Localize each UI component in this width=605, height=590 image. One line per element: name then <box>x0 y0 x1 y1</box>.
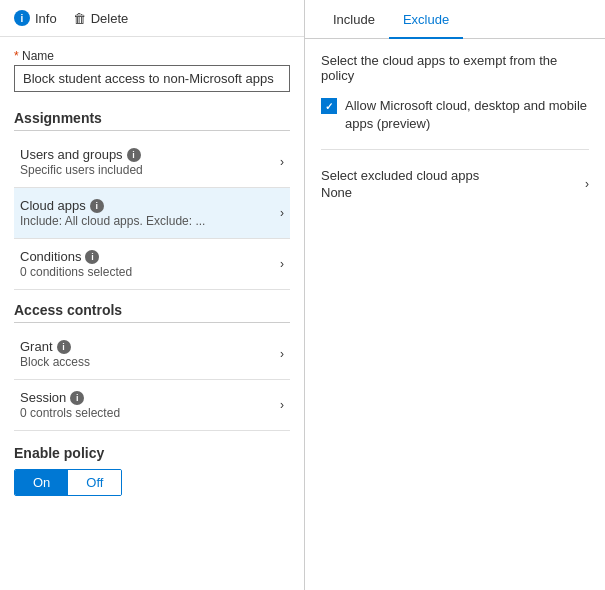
users-groups-title: Users and groups i <box>20 147 143 162</box>
enable-policy-section: Enable policy On Off <box>14 445 290 496</box>
grant-left: Grant i Block access <box>20 339 90 369</box>
tab-exclude[interactable]: Exclude <box>389 0 463 39</box>
cloud-apps-info-icon: i <box>90 199 104 213</box>
select-excluded-value: None <box>321 185 479 200</box>
cloud-apps-title: Cloud apps i <box>20 198 205 213</box>
info-icon: i <box>14 10 30 26</box>
right-content: Select the cloud apps to exempt from the… <box>305 39 605 222</box>
session-left: Session i 0 controls selected <box>20 390 120 420</box>
top-bar: i Info 🗑 Delete <box>0 0 304 37</box>
access-controls-title: Access controls <box>14 302 290 318</box>
left-panel: i Info 🗑 Delete * Name Assignments <box>0 0 305 590</box>
info-button[interactable]: i Info <box>14 10 57 26</box>
session-sub: 0 controls selected <box>20 406 120 420</box>
grant-chevron: › <box>280 347 284 361</box>
users-groups-sub: Specific users included <box>20 163 143 177</box>
cloud-apps-left: Cloud apps i Include: All cloud apps. Ex… <box>20 198 205 228</box>
cloud-apps-item[interactable]: Cloud apps i Include: All cloud apps. Ex… <box>14 188 290 239</box>
users-groups-chevron: › <box>280 155 284 169</box>
name-field-label: * Name <box>14 49 290 63</box>
session-info-icon: i <box>70 391 84 405</box>
users-groups-item[interactable]: Users and groups i Specific users includ… <box>14 137 290 188</box>
toggle-on-button[interactable]: On <box>15 470 68 495</box>
conditions-item[interactable]: Conditions i 0 conditions selected › <box>14 239 290 290</box>
users-info-icon: i <box>127 148 141 162</box>
allow-microsoft-checkbox[interactable]: ✓ <box>321 98 337 114</box>
conditions-left: Conditions i 0 conditions selected <box>20 249 132 279</box>
grant-title: Grant i <box>20 339 90 354</box>
info-label: Info <box>35 11 57 26</box>
toggle-off-button[interactable]: Off <box>68 470 121 495</box>
access-controls-divider <box>14 322 290 323</box>
checkmark-icon: ✓ <box>325 101 333 112</box>
right-panel: Include Exclude Select the cloud apps to… <box>305 0 605 590</box>
name-input[interactable] <box>14 65 290 92</box>
delete-icon: 🗑 <box>73 11 86 26</box>
select-excluded-row[interactable]: Select excluded cloud apps None › <box>321 160 589 208</box>
session-title: Session i <box>20 390 120 405</box>
tab-include[interactable]: Include <box>319 0 389 39</box>
delete-label: Delete <box>91 11 129 26</box>
name-label-text: Name <box>22 49 54 63</box>
right-description: Select the cloud apps to exempt from the… <box>321 53 589 83</box>
session-chevron: › <box>280 398 284 412</box>
delete-button[interactable]: 🗑 Delete <box>73 11 129 26</box>
required-star: * <box>14 49 19 63</box>
cloud-apps-chevron: › <box>280 206 284 220</box>
grant-item[interactable]: Grant i Block access › <box>14 329 290 380</box>
users-groups-left: Users and groups i Specific users includ… <box>20 147 143 177</box>
select-excluded-left: Select excluded cloud apps None <box>321 168 479 200</box>
checkbox-label: Allow Microsoft cloud, desktop and mobil… <box>345 97 589 133</box>
right-divider <box>321 149 589 150</box>
grant-sub: Block access <box>20 355 90 369</box>
select-excluded-chevron: › <box>585 177 589 191</box>
cloud-apps-sub: Include: All cloud apps. Exclude: ... <box>20 214 205 228</box>
left-content: * Name Assignments Users and groups i Sp… <box>0 37 304 590</box>
conditions-info-icon: i <box>85 250 99 264</box>
conditions-title: Conditions i <box>20 249 132 264</box>
toggle-group: On Off <box>14 469 122 496</box>
enable-policy-label: Enable policy <box>14 445 290 461</box>
conditions-chevron: › <box>280 257 284 271</box>
tabs: Include Exclude <box>305 0 605 39</box>
select-excluded-title: Select excluded cloud apps <box>321 168 479 183</box>
checkbox-row: ✓ Allow Microsoft cloud, desktop and mob… <box>321 97 589 133</box>
assignments-divider <box>14 130 290 131</box>
conditions-sub: 0 conditions selected <box>20 265 132 279</box>
grant-info-icon: i <box>57 340 71 354</box>
session-item[interactable]: Session i 0 controls selected › <box>14 380 290 431</box>
assignments-title: Assignments <box>14 110 290 126</box>
